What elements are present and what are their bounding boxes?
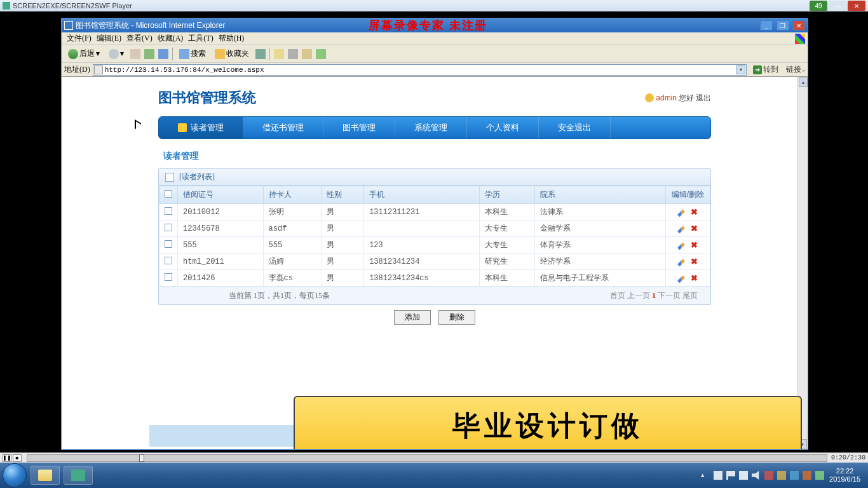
pager-last[interactable]: 尾页	[682, 291, 698, 300]
tray-icons[interactable]: ▴	[701, 471, 824, 480]
cell-sex: 男	[321, 270, 363, 287]
menu-edit[interactable]: 编辑(E)	[95, 32, 123, 45]
ie-menubar: 文件(F) 编辑(E) 查看(V) 收藏(A) 工具(T) 帮助(H)	[62, 32, 808, 45]
delete-icon[interactable]: ✖	[690, 224, 699, 233]
player-badge[interactable]: 49	[810, 1, 827, 11]
row-checkbox[interactable]	[165, 207, 172, 215]
task-player[interactable]	[64, 466, 93, 485]
go-button[interactable]: ➜转到	[749, 64, 782, 75]
col-action: 编辑/删除	[666, 186, 710, 204]
ie-close-button[interactable]: ✕	[792, 20, 805, 30]
delete-icon[interactable]: ✖	[690, 257, 699, 266]
edit-icon[interactable]	[302, 49, 312, 59]
delete-icon[interactable]: ✖	[690, 207, 699, 216]
seek-track[interactable]	[27, 454, 827, 462]
col-edu: 学历	[480, 186, 535, 204]
list-icon	[165, 173, 174, 182]
refresh-icon[interactable]	[144, 49, 154, 59]
row-checkbox[interactable]	[165, 240, 172, 248]
nav-borrow[interactable]: 借还书管理	[243, 117, 323, 139]
cell-name: 555	[263, 237, 321, 254]
pager-first[interactable]: 首页	[610, 291, 625, 300]
nav-books[interactable]: 图书管理	[323, 117, 395, 139]
menu-tools[interactable]: 工具(T)	[187, 32, 214, 45]
home-icon[interactable]	[158, 49, 168, 59]
cell-dept: 经济学系	[535, 254, 666, 270]
address-input[interactable]	[93, 64, 747, 76]
nav-readers[interactable]: 读者管理	[159, 117, 243, 139]
links-label[interactable]: 链接	[786, 64, 801, 75]
seek-thumb[interactable]	[139, 454, 144, 462]
delete-icon[interactable]: ✖	[690, 273, 699, 282]
table-row: 2011426李磊cs男13812341234cs本科生信息与电子工程学系✖	[159, 270, 710, 287]
start-button[interactable]	[3, 463, 27, 487]
pager-next[interactable]: 下一页	[658, 291, 681, 300]
search-button[interactable]: 搜索	[177, 47, 208, 60]
cell-phone: 13812341234	[364, 254, 480, 270]
history-icon[interactable]	[255, 49, 266, 59]
page-info: 当前第 1页，共1页，每页15条	[229, 290, 330, 301]
nav-system[interactable]: 系统管理	[395, 117, 467, 139]
panel-title: [读者列表]	[179, 172, 215, 182]
logout-link[interactable]: 退出	[696, 93, 711, 104]
cell-id: 12345678	[178, 220, 264, 237]
address-dropdown-icon[interactable]: ▾	[736, 65, 745, 74]
ie-toolbar: 后退 ▾ ▾ 搜索 收藏夹	[62, 45, 808, 63]
cell-name: 汤姆	[263, 254, 321, 270]
ie-maximize-button[interactable]: ❐	[776, 20, 789, 30]
add-button[interactable]: 添加	[394, 310, 431, 325]
print-icon[interactable]	[288, 49, 298, 59]
cell-dept: 法律系	[535, 204, 666, 220]
row-checkbox[interactable]	[165, 224, 172, 231]
favorites-button[interactable]: 收藏夹	[212, 47, 252, 60]
col-name: 持卡人	[263, 186, 321, 204]
close-button[interactable]: ✕	[848, 1, 865, 11]
checkbox-all[interactable]	[165, 190, 172, 198]
delete-button[interactable]: 删除	[438, 310, 475, 325]
tray-app1-icon	[764, 471, 773, 480]
messenger-icon[interactable]	[316, 49, 326, 59]
back-button[interactable]: 后退 ▾	[65, 47, 102, 60]
clock-time: 22:22	[829, 467, 860, 475]
reader-panel: [读者列表] 借阅证号 持卡人 性别 手机 学历 院系	[158, 168, 711, 305]
tray-action-center-icon	[714, 471, 722, 480]
ie-addressbar: 地址(D) ▾ ➜转到 链接 »	[62, 63, 808, 77]
cell-edu: 大专生	[480, 220, 535, 237]
user-area: admin 您好 退出	[645, 93, 711, 104]
edit-icon[interactable]	[677, 209, 684, 217]
mail-icon[interactable]	[274, 49, 284, 59]
edit-icon[interactable]	[677, 259, 684, 266]
delete-icon[interactable]: ✖	[690, 240, 699, 249]
cell-phone: 13812341234cs	[364, 270, 480, 287]
stop-icon[interactable]	[130, 49, 140, 59]
menu-favorites[interactable]: 收藏(A)	[156, 32, 185, 45]
pager: 首页 上一页 1 下一页 尾页	[610, 290, 698, 301]
scrollbar[interactable]: ▴ ▾	[797, 77, 808, 449]
menu-file[interactable]: 文件(F)	[65, 32, 93, 45]
nav-exit[interactable]: 安全退出	[539, 117, 611, 139]
forward-button[interactable]: ▾	[106, 48, 126, 60]
cell-id: html_2011	[178, 254, 264, 270]
edit-icon[interactable]	[677, 275, 684, 283]
minimize-button[interactable]: —	[829, 1, 846, 11]
row-checkbox[interactable]	[165, 257, 172, 264]
ie-minimize-button[interactable]: _	[760, 20, 773, 30]
menu-help[interactable]: 帮助(H)	[217, 32, 246, 45]
row-checkbox[interactable]	[165, 273, 172, 281]
stop-button[interactable]: ■	[13, 454, 22, 462]
scroll-up-icon[interactable]: ▴	[799, 77, 808, 87]
menu-view[interactable]: 查看(V)	[125, 32, 154, 45]
tray-app5-icon	[815, 471, 824, 480]
clock[interactable]: 22:22 2019/6/15	[829, 467, 860, 484]
greet-text: 您好	[679, 93, 694, 104]
ad-banner[interactable]: 毕业设计订做	[294, 396, 802, 449]
pause-button[interactable]: ❚❚	[3, 454, 11, 462]
nav-profile[interactable]: 个人资料	[467, 117, 539, 139]
col-sex: 性别	[321, 186, 363, 204]
tray-up-icon: ▴	[701, 471, 710, 480]
edit-icon[interactable]	[677, 242, 684, 250]
edit-icon[interactable]	[677, 226, 684, 233]
pager-prev[interactable]: 上一页	[627, 291, 650, 300]
task-explorer[interactable]	[31, 466, 60, 485]
cell-phone: 123	[364, 237, 480, 254]
